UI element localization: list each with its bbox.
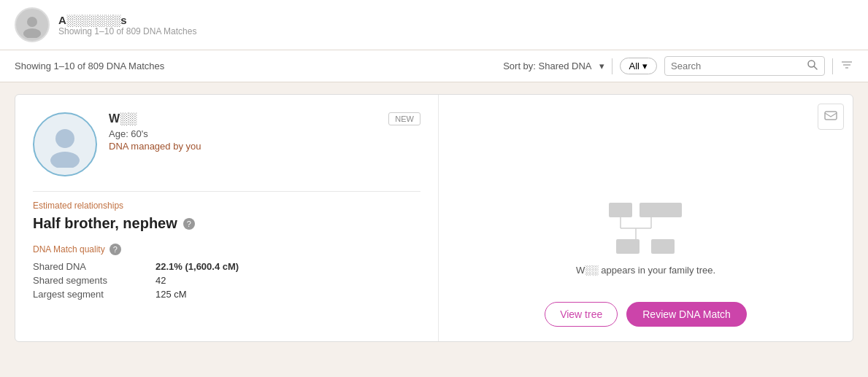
top-bar: A░░░░░░░s Showing 1–10 of 809 DNA Matche… bbox=[0, 0, 868, 50]
new-badge: NEW bbox=[388, 112, 420, 125]
tree-visual: W░░ appears in your family tree. bbox=[576, 199, 715, 276]
match-name: W░░ bbox=[109, 112, 137, 125]
svg-point-7 bbox=[55, 129, 74, 148]
svg-rect-18 bbox=[651, 239, 675, 254]
top-bar-info: A░░░░░░░s Showing 1–10 of 809 DNA Matche… bbox=[58, 14, 196, 36]
chevron-down-icon-all: ▾ bbox=[642, 61, 648, 71]
svg-rect-17 bbox=[616, 239, 640, 254]
match-name-row: W░░ NEW bbox=[109, 112, 420, 125]
filter-icon[interactable] bbox=[840, 58, 853, 74]
filter-group: All ▾ bbox=[620, 58, 657, 74]
chevron-down-icon: ▾ bbox=[599, 61, 604, 71]
search-icon bbox=[807, 59, 818, 73]
match-age: Age: 60's bbox=[109, 128, 420, 139]
divider bbox=[612, 58, 612, 74]
sort-button[interactable]: ▾ bbox=[599, 61, 604, 71]
svg-point-0 bbox=[27, 17, 37, 27]
right-actions: View tree Review DNA Match bbox=[545, 302, 747, 327]
view-tree-button[interactable]: View tree bbox=[545, 302, 618, 327]
shared-dna-label: Shared DNA bbox=[33, 261, 150, 272]
top-bar-subtitle: Showing 1–10 of 809 DNA Matches bbox=[58, 26, 196, 36]
match-divider bbox=[33, 191, 420, 192]
svg-point-1 bbox=[23, 28, 41, 38]
svg-rect-10 bbox=[609, 203, 632, 217]
match-avatar bbox=[33, 112, 97, 176]
svg-rect-12 bbox=[658, 203, 682, 217]
search-box bbox=[664, 56, 825, 76]
dna-help-icon[interactable]: ? bbox=[110, 244, 121, 255]
relationship-row: Half brother, nephew ? bbox=[33, 215, 420, 232]
sort-label: Sort by: Shared DNA bbox=[503, 61, 591, 71]
relationship-text: Half brother, nephew bbox=[33, 215, 177, 232]
match-dna-managed: DNA managed by you bbox=[109, 141, 420, 152]
match-info: W░░ NEW Age: 60's DNA managed by you bbox=[109, 112, 420, 152]
tree-caption: W░░ appears in your family tree. bbox=[576, 265, 715, 276]
message-button[interactable] bbox=[818, 104, 844, 130]
toolbar-right: Sort by: Shared DNA ▾ All ▾ bbox=[503, 56, 853, 76]
largest-segment-label: Largest segment bbox=[33, 289, 150, 300]
match-card: W░░ NEW Age: 60's DNA managed by you Est… bbox=[15, 94, 853, 342]
divider2 bbox=[832, 58, 833, 74]
all-filter-button[interactable]: All ▾ bbox=[620, 58, 657, 74]
user-name: A░░░░░░░s bbox=[58, 14, 196, 26]
estimated-relationships-label: Estimated relationships bbox=[33, 201, 420, 211]
dna-quality-label: DNA Match quality ? bbox=[33, 244, 420, 255]
results-count: Showing 1–10 of 809 DNA Matches bbox=[15, 61, 164, 71]
shared-segments-label: Shared segments bbox=[33, 275, 150, 286]
search-input[interactable] bbox=[671, 61, 802, 71]
toolbar: Showing 1–10 of 809 DNA Matches Sort by:… bbox=[0, 50, 868, 82]
svg-point-8 bbox=[50, 152, 80, 168]
match-right-panel: W░░ appears in your family tree. View tr… bbox=[439, 95, 853, 341]
review-dna-button[interactable]: Review DNA Match bbox=[626, 302, 747, 327]
shared-dna-value: 22.1% (1,600.4 cM) bbox=[155, 261, 420, 272]
help-icon[interactable]: ? bbox=[183, 218, 195, 230]
largest-segment-value: 125 cM bbox=[155, 289, 420, 300]
dna-stats: Shared DNA 22.1% (1,600.4 cM) Shared seg… bbox=[33, 261, 420, 300]
all-label: All bbox=[629, 61, 640, 71]
tree-name: W░░ bbox=[576, 265, 599, 276]
user-avatar bbox=[15, 7, 50, 42]
svg-line-3 bbox=[814, 66, 817, 69]
family-tree-svg bbox=[602, 199, 689, 257]
match-left-panel: W░░ NEW Age: 60's DNA managed by you Est… bbox=[15, 95, 439, 341]
svg-rect-9 bbox=[825, 112, 837, 120]
shared-segments-value: 42 bbox=[155, 275, 420, 286]
match-header: W░░ NEW Age: 60's DNA managed by you bbox=[33, 112, 420, 176]
tree-caption-text: appears in your family tree. bbox=[599, 265, 715, 276]
main-content: W░░ NEW Age: 60's DNA managed by you Est… bbox=[0, 82, 868, 354]
